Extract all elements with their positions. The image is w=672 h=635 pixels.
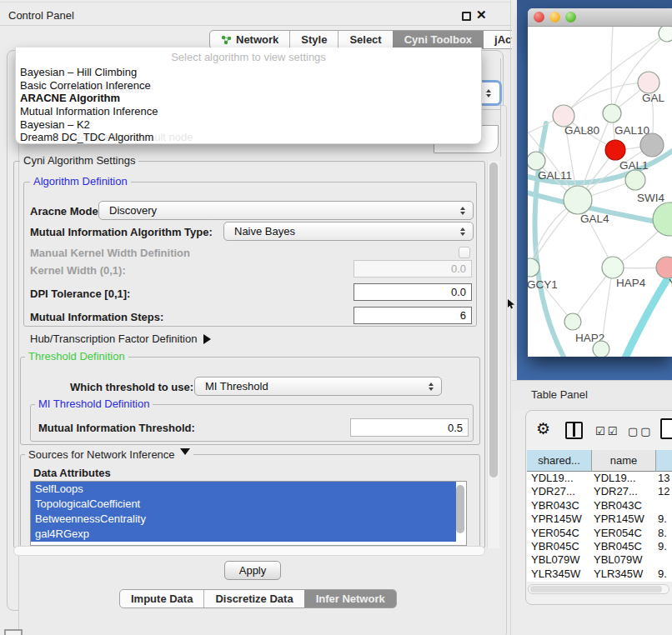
settings-scrollbar-thumb[interactable] (489, 162, 498, 478)
mi-algorithm-type-select[interactable]: Naive Bayes (223, 222, 474, 241)
table-body: YDL19...YDL19...13YDR27...YDR27...12YBR0… (527, 472, 672, 582)
mi-steps-input[interactable] (354, 307, 472, 324)
panel-divider[interactable] (510, 0, 511, 635)
table-row[interactable]: YDR27...YDR27...12 (527, 485, 672, 498)
aracne-mode-select[interactable]: Discovery (98, 201, 474, 220)
network-node-gal4[interactable] (564, 186, 592, 214)
network-node[interactable] (659, 27, 672, 42)
attribute-item-topologicalcoefficient[interactable]: TopologicalCoefficient (31, 497, 456, 512)
table-cell: YBL079W (592, 553, 656, 567)
hub-transcription-factor-toggle[interactable]: Hub/Transcription Factor Definition (30, 332, 216, 345)
mi-threshold-input[interactable] (350, 418, 469, 437)
attribute-item-gal4rgexp[interactable]: gal4RGexp (31, 527, 456, 542)
table-row[interactable]: YDL19...YDL19...13 (527, 472, 672, 485)
threshold-definition-legend: Threshold Definition (25, 351, 128, 362)
network-node[interactable] (593, 341, 609, 357)
mi-steps-label: Mutual Information Steps: (30, 311, 163, 323)
table-row[interactable]: YLR345WYLR345W9. (527, 568, 672, 581)
settings-horizontal-scrollbar[interactable] (13, 546, 485, 556)
network-node-hap2[interactable] (564, 313, 581, 330)
sources-legend[interactable]: Sources for Network Inference (25, 448, 193, 461)
column-header-shared[interactable]: shared... (527, 450, 592, 472)
table-row[interactable]: YBR043CYBR043C (527, 499, 672, 512)
manual-kernel-width-checkbox[interactable] (459, 247, 470, 258)
tab-style[interactable]: Style (289, 31, 338, 48)
which-threshold-value: MI Threshold (195, 380, 424, 392)
window-zoom-button[interactable] (565, 12, 576, 22)
network-node-gal[interactable] (638, 72, 659, 93)
network-node-gal10[interactable] (603, 104, 621, 122)
network-node-label: GCY1 (528, 278, 558, 291)
table-row[interactable]: YER054CYER054C8. (527, 527, 672, 540)
list-scrollbar[interactable] (456, 483, 464, 542)
algorithm-option-bayesian-hill-climbing[interactable]: Bayesian – Hill Climbing (16, 66, 481, 79)
cyni-algorithm-settings-legend: Cyni Algorithm Settings (20, 155, 138, 167)
column-header-a[interactable]: A (656, 450, 672, 472)
tab-cyni-toolbox[interactable]: Cyni Toolbox (393, 31, 483, 48)
tab-label: Network (236, 31, 278, 48)
network-node-label: GAL10 (614, 124, 649, 137)
settings-vertical-scrollbar[interactable] (487, 161, 499, 548)
table-cell: YER054C (592, 527, 656, 540)
table-row[interactable]: YBR045CYBR045C9. (527, 540, 672, 553)
algorithm-option-bayesian-k2[interactable]: Bayesian – K2 (16, 118, 481, 132)
network-node-label: GAL4 (580, 212, 609, 225)
which-threshold-select[interactable]: MI Threshold (194, 377, 442, 396)
clear-all-checkboxes-icon[interactable]: ▢▢ (628, 425, 654, 438)
table-horizontal-scrollbar[interactable] (528, 584, 669, 594)
manual-kernel-width-label: Manual Kernel Width Definition (30, 247, 190, 259)
mi-threshold-definition-legend: MI Threshold Definition (35, 398, 153, 410)
select-all-checkboxes-icon[interactable]: ☑☑ (595, 425, 619, 438)
list-scrollbar-thumb[interactable] (456, 485, 464, 533)
table-scrollbar-thumb[interactable] (530, 586, 662, 592)
table-cell: 13 (656, 472, 672, 485)
network-tab-icon (221, 34, 232, 45)
algorithm-dropdown-menu: Inference Algorithm gal-filtered.sif def… (15, 48, 482, 144)
tab-impute-data[interactable]: Impute Data (120, 590, 203, 608)
mi-threshold-label: Mutual Information Threshold: (38, 422, 195, 434)
tab-select[interactable]: Select (338, 31, 392, 48)
network-node-gal11[interactable] (528, 152, 545, 170)
column-header-name[interactable]: name (592, 450, 656, 472)
kernel-width-label: Kernel Width (0,1): (30, 264, 126, 277)
gear-icon[interactable]: ⚙ (536, 419, 550, 438)
network-node[interactable] (653, 202, 672, 236)
network-node-y[interactable] (656, 257, 672, 278)
collapsed-panel-chip[interactable] (4, 629, 23, 635)
table-row[interactable]: YIL053CYIL053C9 (527, 581, 672, 582)
table-cell: YBL079W (527, 553, 592, 567)
table-panel-title: Table Panel (531, 388, 588, 401)
table-row[interactable]: YBL079WYBL079W (527, 553, 672, 567)
network-view-content[interactable]: GALGAL80GAL10GAL1GAL11SWI4GAL4HAP4YGCY1H… (528, 27, 672, 357)
bottom-tab-bar: Impute DataDiscretize DataInfer Network (119, 589, 397, 608)
export-table-icon[interactable] (660, 418, 672, 439)
network-node[interactable] (640, 133, 664, 157)
stepper-arrows-icon (455, 225, 470, 238)
data-attributes-list[interactable]: SelfLoopsTopologicalCoefficientBetweenne… (30, 481, 467, 546)
algorithm-option-mutual-information-inference[interactable]: Mutual Information Inference (16, 105, 481, 118)
tab-discretize-data[interactable]: Discretize Data (203, 590, 303, 608)
mi-algorithm-type-label: Mutual Information Algorithm Type: (30, 226, 213, 238)
apply-button[interactable]: Apply (224, 561, 281, 580)
table-header-row: shared...nameA (527, 450, 672, 472)
table-cell: 9 (656, 581, 672, 582)
stepper-arrows-icon (481, 87, 496, 100)
network-node-label: SWI4 (637, 192, 664, 204)
float-window-icon[interactable] (462, 12, 471, 21)
dpi-tolerance-input[interactable] (354, 283, 472, 301)
attribute-item-betweennesscentrality[interactable]: BetweennessCentrality (31, 512, 456, 527)
network-graph[interactable]: GALGAL80GAL10GAL1GAL11SWI4GAL4HAP4YGCY1H… (528, 27, 672, 357)
attribute-item-selfloops[interactable]: SelfLoops (31, 482, 456, 497)
table-row[interactable]: YPR145WYPR145W9. (527, 512, 672, 526)
tab-label: Impute Data (131, 590, 193, 608)
network-node-hap4[interactable] (602, 257, 624, 278)
network-node-swi4[interactable] (625, 170, 645, 190)
stepper-arrows-icon (424, 380, 439, 393)
window-minimize-button[interactable] (549, 12, 560, 22)
close-icon[interactable]: ✕ (476, 8, 487, 22)
window-close-button[interactable] (534, 12, 544, 22)
tab-network[interactable]: Network (210, 31, 289, 48)
tab-infer-network[interactable]: Infer Network (304, 590, 396, 608)
split-columns-icon[interactable] (565, 422, 583, 439)
network-node-gal1[interactable] (605, 140, 625, 160)
